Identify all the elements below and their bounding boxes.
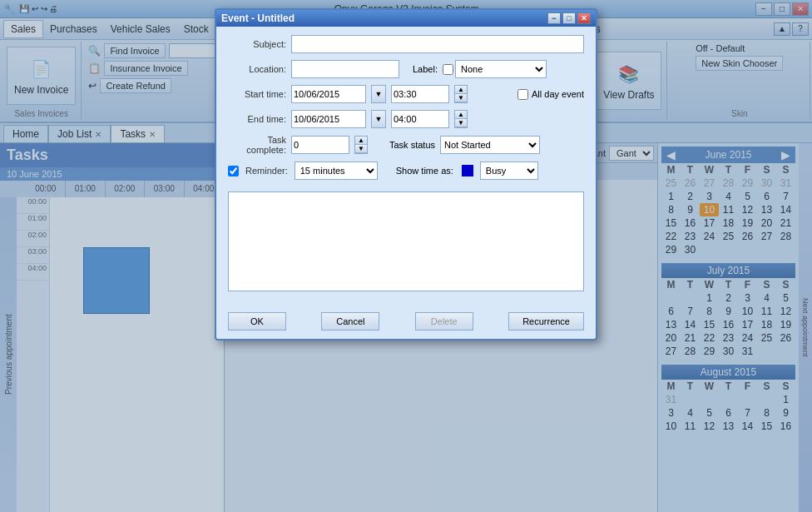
start-time-input[interactable] bbox=[391, 85, 449, 103]
cancel-button[interactable]: Cancel bbox=[321, 312, 379, 331]
modal-body: Subject: Location: Label: None Start tim bbox=[216, 27, 596, 307]
modal-title-buttons: − □ ✕ bbox=[547, 12, 591, 24]
task-complete-up[interactable]: ▲ bbox=[355, 137, 367, 145]
end-time-col: End time: ▼ ▲ ▼ bbox=[228, 110, 584, 128]
ok-button[interactable]: OK bbox=[228, 312, 286, 331]
task-complete-down[interactable]: ▼ bbox=[355, 145, 367, 153]
modal-close-btn[interactable]: ✕ bbox=[577, 12, 591, 24]
end-time-down[interactable]: ▼ bbox=[455, 119, 467, 127]
show-time-color bbox=[462, 165, 473, 176]
end-time-label: End time: bbox=[228, 114, 286, 124]
label-field-label: Label: bbox=[413, 64, 438, 74]
all-day-label: All day event bbox=[532, 89, 584, 99]
end-time-row: End time: ▼ ▲ ▼ bbox=[228, 110, 584, 128]
show-time-select[interactable]: Busy bbox=[480, 162, 538, 180]
modal-title-bar: Event - Untitled − □ ✕ bbox=[216, 10, 596, 27]
end-time-spinner: ▲ ▼ bbox=[454, 110, 468, 128]
delete-button[interactable]: Delete bbox=[415, 312, 473, 331]
show-time-label: Show time as: bbox=[396, 166, 453, 176]
subject-label: Subject: bbox=[228, 39, 286, 49]
end-time-up[interactable]: ▲ bbox=[455, 111, 467, 119]
start-time-label: Start time: bbox=[228, 89, 286, 99]
reminder-select[interactable]: 15 minutes bbox=[295, 162, 378, 180]
notes-textarea[interactable] bbox=[228, 191, 584, 291]
all-day-wrap: All day event bbox=[517, 85, 584, 103]
label-checkbox[interactable] bbox=[443, 64, 453, 75]
start-date-input[interactable] bbox=[291, 85, 366, 103]
datetime-row: Start time: ▼ ▲ ▼ All day event bbox=[228, 85, 584, 103]
event-modal: Event - Untitled − □ ✕ Subject: Location… bbox=[215, 8, 597, 341]
location-label: Location: bbox=[228, 64, 286, 74]
start-time-up[interactable]: ▲ bbox=[455, 86, 467, 94]
start-time-col: Start time: ▼ ▲ ▼ bbox=[228, 85, 504, 103]
task-complete-input[interactable] bbox=[291, 136, 349, 154]
reminder-label: Reminder: bbox=[245, 166, 288, 176]
task-row: Task complete: ▲ ▼ Task status Not Start… bbox=[228, 135, 584, 155]
end-date-dropdown[interactable]: ▼ bbox=[371, 110, 386, 128]
task-complete-spinner: ▲ ▼ bbox=[354, 136, 368, 154]
start-time-spinner: ▲ ▼ bbox=[454, 85, 468, 103]
subject-row: Subject: bbox=[228, 35, 584, 53]
end-date-input[interactable] bbox=[291, 110, 366, 128]
modal-minimize-btn[interactable]: − bbox=[547, 12, 561, 24]
subject-input[interactable] bbox=[291, 35, 584, 53]
modal-overlay: Event - Untitled − □ ✕ Subject: Location… bbox=[0, 0, 812, 512]
task-complete-label: Task complete: bbox=[228, 135, 286, 155]
location-label-row: Location: Label: None bbox=[228, 60, 584, 78]
start-date-dropdown[interactable]: ▼ bbox=[371, 85, 386, 103]
task-status-label: Task status bbox=[389, 140, 435, 150]
end-time-input[interactable] bbox=[391, 110, 449, 128]
label-select[interactable]: None bbox=[455, 60, 547, 78]
recurrence-button[interactable]: Recurrence bbox=[508, 312, 584, 331]
task-status-select[interactable]: Not Started bbox=[440, 136, 540, 154]
reminder-checkbox[interactable] bbox=[228, 166, 239, 176]
location-input[interactable] bbox=[291, 60, 399, 78]
modal-footer: OK Cancel Delete Recurrence bbox=[216, 307, 596, 339]
start-time-down[interactable]: ▼ bbox=[455, 94, 467, 102]
modal-restore-btn[interactable]: □ bbox=[562, 12, 576, 24]
all-day-checkbox[interactable] bbox=[517, 89, 528, 100]
modal-title: Event - Untitled bbox=[221, 12, 295, 24]
label-select-wrap: None bbox=[443, 60, 547, 78]
reminder-row: Reminder: 15 minutes Show time as: Busy bbox=[228, 162, 584, 180]
